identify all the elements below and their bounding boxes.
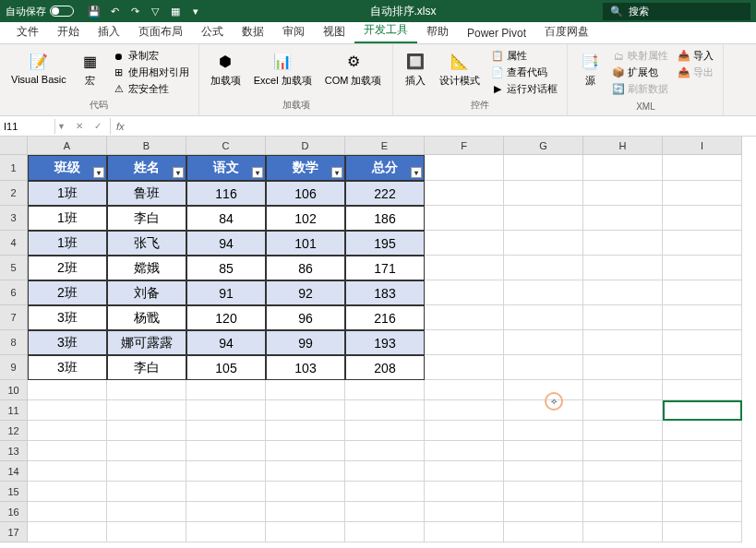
col-header-B[interactable]: B: [107, 137, 186, 155]
cell-B12[interactable]: [107, 421, 186, 441]
row-header-15[interactable]: 15: [0, 482, 28, 502]
cell-G16[interactable]: [504, 502, 583, 522]
search-box[interactable]: 🔍 搜索: [603, 3, 750, 20]
addins-button[interactable]: ⬢ 加载项: [207, 48, 245, 89]
cell-H8[interactable]: [583, 330, 663, 355]
cell-C10[interactable]: [186, 380, 266, 400]
form-icon[interactable]: ▦: [168, 4, 183, 18]
cell-A1[interactable]: 班级▾: [28, 155, 107, 181]
cell-I10[interactable]: [663, 380, 742, 400]
cell-B13[interactable]: [107, 441, 186, 461]
cell-E6[interactable]: 183: [345, 280, 425, 305]
cell-B7[interactable]: 杨戬: [107, 305, 186, 330]
cell-G1[interactable]: [504, 155, 583, 181]
cell-G7[interactable]: [504, 305, 583, 330]
cell-B6[interactable]: 刘备: [107, 280, 186, 305]
cell-D15[interactable]: [266, 482, 345, 502]
properties-button[interactable]: 📋属性: [489, 48, 559, 64]
cell-A17[interactable]: [28, 522, 107, 542]
col-header-I[interactable]: I: [663, 137, 742, 155]
cell-F8[interactable]: [425, 330, 504, 355]
more-icon[interactable]: ▾: [188, 4, 203, 18]
cell-E7[interactable]: 216: [345, 305, 425, 330]
cell-G4[interactable]: [504, 231, 583, 256]
cell-A11[interactable]: [28, 400, 107, 421]
cell-C16[interactable]: [186, 502, 266, 522]
cell-F10[interactable]: [425, 380, 504, 400]
cell-F5[interactable]: [425, 256, 504, 280]
cell-B3[interactable]: 李白: [107, 206, 186, 231]
cell-D8[interactable]: 99: [266, 330, 345, 355]
cell-C13[interactable]: [186, 441, 266, 461]
cell-A4[interactable]: 1班: [28, 231, 107, 256]
cell-B14[interactable]: [107, 461, 186, 482]
ribbon-tab-文件[interactable]: 文件: [7, 20, 48, 43]
ribbon-tab-帮助[interactable]: 帮助: [417, 20, 458, 43]
filter-button-数学[interactable]: ▾: [331, 167, 342, 178]
cell-B5[interactable]: 嫦娥: [107, 256, 186, 280]
macro-security-button[interactable]: ⚠宏安全性: [111, 81, 191, 97]
cell-G12[interactable]: [504, 421, 583, 441]
cell-D12[interactable]: [266, 421, 345, 441]
cell-I5[interactable]: [663, 256, 742, 280]
row-header-6[interactable]: 6: [0, 280, 28, 305]
cell-I12[interactable]: [663, 421, 742, 441]
cell-D14[interactable]: [266, 461, 345, 482]
expansion-button[interactable]: 📦扩展包: [610, 65, 670, 80]
cell-G14[interactable]: [504, 461, 583, 482]
cell-I6[interactable]: [663, 280, 742, 305]
cell-B2[interactable]: 鲁班: [107, 181, 186, 206]
cell-I15[interactable]: [663, 482, 742, 502]
cell-E9[interactable]: 208: [345, 355, 425, 380]
cell-F2[interactable]: [425, 181, 504, 206]
cell-D5[interactable]: 86: [266, 256, 345, 280]
cell-H4[interactable]: [583, 231, 663, 256]
cell-A7[interactable]: 3班: [28, 305, 107, 330]
cell-F9[interactable]: [425, 355, 504, 380]
visual-basic-button[interactable]: 📝 Visual Basic: [7, 48, 70, 87]
row-header-4[interactable]: 4: [0, 231, 28, 256]
cell-E5[interactable]: 171: [345, 256, 425, 280]
cell-A3[interactable]: 1班: [28, 206, 107, 231]
cell-G8[interactable]: [504, 330, 583, 355]
com-addins-button[interactable]: ⚙ COM 加载项: [321, 48, 386, 89]
cell-H16[interactable]: [583, 502, 663, 522]
row-header-7[interactable]: 7: [0, 305, 28, 330]
filter-button-总分[interactable]: ▾: [411, 167, 422, 178]
cell-C17[interactable]: [186, 522, 266, 542]
cell-C11[interactable]: [186, 400, 266, 421]
cell-E12[interactable]: [345, 421, 425, 441]
row-header-14[interactable]: 14: [0, 461, 28, 482]
cell-F15[interactable]: [425, 482, 504, 502]
cell-H9[interactable]: [583, 355, 663, 380]
cell-A12[interactable]: [28, 421, 107, 441]
cell-B4[interactable]: 张飞: [107, 231, 186, 256]
cell-H15[interactable]: [583, 482, 663, 502]
row-header-16[interactable]: 16: [0, 502, 28, 522]
cell-D11[interactable]: [266, 400, 345, 421]
cell-A2[interactable]: 1班: [28, 181, 107, 206]
cell-D1[interactable]: 数学▾: [266, 155, 345, 181]
cell-A10[interactable]: [28, 380, 107, 400]
cell-C2[interactable]: 116: [186, 181, 266, 206]
cell-E16[interactable]: [345, 502, 425, 522]
cell-A9[interactable]: 3班: [28, 355, 107, 380]
cell-I13[interactable]: [663, 441, 742, 461]
cell-E10[interactable]: [345, 380, 425, 400]
row-header-1[interactable]: 1: [0, 155, 28, 181]
run-dialog-button[interactable]: ▶运行对话框: [489, 81, 559, 97]
col-header-H[interactable]: H: [583, 137, 663, 155]
cell-C3[interactable]: 84: [186, 206, 266, 231]
cell-I14[interactable]: [663, 461, 742, 482]
cell-F1[interactable]: [425, 155, 504, 181]
macros-button[interactable]: ▦ 宏: [76, 48, 105, 89]
row-header-3[interactable]: 3: [0, 206, 28, 231]
cell-I8[interactable]: [663, 330, 742, 355]
cell-I2[interactable]: [663, 181, 742, 206]
cell-D16[interactable]: [266, 502, 345, 522]
cell-C15[interactable]: [186, 482, 266, 502]
cell-A14[interactable]: [28, 461, 107, 482]
cell-D6[interactable]: 92: [266, 280, 345, 305]
cell-G13[interactable]: [504, 441, 583, 461]
cells-grid[interactable]: 班级▾姓名▾语文▾数学▾总分▾1班鲁班1161062221班李白84102186…: [28, 155, 742, 542]
